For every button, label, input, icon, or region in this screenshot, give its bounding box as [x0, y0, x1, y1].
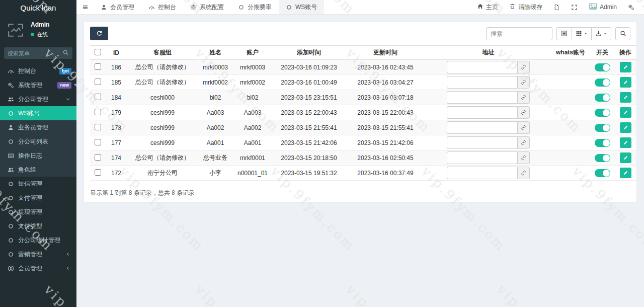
- refresh-icon: [96, 30, 103, 37]
- column-header-7: 地址: [425, 46, 551, 60]
- address-link-button[interactable]: [517, 167, 530, 179]
- cell-id: 177: [105, 135, 127, 150]
- settings-button[interactable]: [623, 0, 639, 15]
- user-menu[interactable]: Admin: [584, 0, 621, 15]
- column-header-8: whats账号: [551, 46, 590, 60]
- sidebar-item-9[interactable]: 短信管理: [0, 177, 76, 191]
- columns-button[interactable]: [572, 27, 591, 40]
- window-mode-button[interactable]: [549, 0, 565, 15]
- enable-toggle[interactable]: [595, 139, 610, 147]
- enable-toggle[interactable]: [595, 79, 610, 87]
- sidebar-item-label: 支付管理: [18, 194, 71, 202]
- clear-cache-button[interactable]: 清除缓存: [505, 0, 547, 15]
- address-link-button[interactable]: [517, 106, 530, 119]
- home-icon: [477, 3, 484, 10]
- cell-name: Aa003: [198, 105, 233, 120]
- address-input[interactable]: [447, 136, 517, 149]
- address-input[interactable]: [447, 61, 517, 73]
- toggle-view-button[interactable]: [556, 27, 572, 40]
- address-input[interactable]: [447, 106, 517, 119]
- tab-3[interactable]: 系统配置: [183, 0, 231, 14]
- sidebar-item-8[interactable]: 角色组: [0, 163, 76, 177]
- sidebar-item-13[interactable]: 分公司统计管理: [0, 233, 76, 247]
- table-search-input[interactable]: [486, 27, 552, 40]
- tab-4[interactable]: 分期费率: [231, 0, 279, 14]
- edit-button[interactable]: [620, 168, 631, 178]
- cell-address: [425, 90, 551, 105]
- cell-id: 172: [105, 166, 127, 181]
- cell-group: ceshi999: [127, 135, 198, 150]
- circle-icon: [7, 195, 14, 201]
- sidebar-toggle-button[interactable]: [76, 0, 94, 14]
- enable-toggle[interactable]: [595, 154, 610, 162]
- table-row: 177ceshi999Aa001Aa0012023-03-15 21:42:06…: [90, 135, 636, 150]
- address-input[interactable]: [447, 76, 517, 89]
- sidebar-item-label: 系统管理: [18, 81, 53, 90]
- select-all-checkbox[interactable]: [95, 49, 101, 55]
- row-checkbox[interactable]: [95, 124, 101, 130]
- address-input[interactable]: [447, 91, 517, 104]
- edit-button[interactable]: [620, 107, 631, 118]
- row-checkbox[interactable]: [95, 109, 101, 115]
- edit-button[interactable]: [620, 92, 631, 103]
- address-input[interactable]: [447, 167, 517, 179]
- cell-actions: [614, 60, 636, 75]
- tab-2[interactable]: 控制台: [141, 0, 183, 14]
- sidebar-item-3[interactable]: 分公司管理: [0, 92, 76, 106]
- fullscreen-button[interactable]: [567, 0, 582, 15]
- edit-button[interactable]: [620, 152, 631, 163]
- sidebar-item-5[interactable]: 业务员管理: [0, 120, 76, 134]
- sidebar-item-10[interactable]: 支付管理: [0, 191, 76, 205]
- address-link-button[interactable]: [517, 91, 530, 104]
- sidebar-item-label: 短信管理: [18, 180, 71, 188]
- enable-toggle[interactable]: [595, 169, 610, 177]
- sidebar-item-label: 角色组: [18, 166, 71, 174]
- address-link-button[interactable]: [517, 61, 530, 73]
- sidebar-item-14[interactable]: 营销管理: [0, 247, 76, 261]
- enable-toggle[interactable]: [595, 94, 610, 102]
- sidebar-item-15[interactable]: 会员管理: [0, 261, 76, 275]
- edit-button[interactable]: [620, 77, 631, 88]
- table-row: 185总公司（请勿修改）mrkf0002mrkf00022023-03-16 0…: [90, 75, 636, 90]
- address-input[interactable]: [447, 121, 517, 134]
- row-checkbox[interactable]: [95, 63, 101, 70]
- cell-updated: 2023-03-16 00:37:49: [346, 166, 425, 181]
- enable-toggle[interactable]: [595, 109, 610, 117]
- row-checkbox[interactable]: [95, 154, 101, 161]
- row-checkbox[interactable]: [95, 79, 101, 85]
- row-checkbox[interactable]: [95, 169, 101, 176]
- pagination-info: 显示第 1 到第 8 条记录，总共 8 条记录: [90, 189, 630, 197]
- sidebar-item-7[interactable]: 操作日志: [0, 148, 76, 163]
- refresh-button[interactable]: [90, 27, 108, 40]
- sidebar-item-12[interactable]: 支付类型: [0, 219, 76, 233]
- edit-button[interactable]: [620, 122, 631, 133]
- navbar-right: 主页 清除缓存 Admin: [472, 0, 644, 14]
- edit-button[interactable]: [620, 62, 631, 72]
- navbar-username: Admin: [600, 4, 617, 11]
- address-link-button[interactable]: [517, 151, 530, 164]
- edit-button[interactable]: [620, 137, 631, 148]
- sidebar-search-input[interactable]: [8, 50, 62, 56]
- export-button[interactable]: [591, 27, 611, 40]
- cell-address: [425, 60, 551, 75]
- sidebar-item-6[interactable]: 分公司列表: [0, 134, 76, 148]
- sidebar-item-2[interactable]: 系统管理new: [0, 78, 76, 92]
- sidebar-item-label: 营销管理: [18, 250, 60, 259]
- search-button[interactable]: [615, 27, 630, 40]
- address-link-button[interactable]: [517, 121, 530, 134]
- row-checkbox[interactable]: [95, 139, 101, 145]
- pencil-icon: [623, 155, 628, 161]
- cell-whats-account: [551, 75, 590, 90]
- sidebar-item-1[interactable]: 控制台hot: [0, 64, 76, 78]
- enable-toggle[interactable]: [595, 63, 610, 71]
- address-link-button[interactable]: [517, 136, 530, 149]
- tab-5[interactable]: WS账号: [279, 0, 324, 14]
- tab-1[interactable]: 会员管理: [94, 0, 141, 14]
- address-input[interactable]: [447, 151, 517, 164]
- sidebar-item-4[interactable]: WS账号: [0, 106, 76, 120]
- home-link[interactable]: 主页: [472, 0, 503, 15]
- row-checkbox[interactable]: [95, 94, 101, 100]
- address-link-button[interactable]: [517, 76, 530, 89]
- enable-toggle[interactable]: [595, 124, 610, 132]
- sidebar-item-11[interactable]: 提现管理: [0, 205, 76, 219]
